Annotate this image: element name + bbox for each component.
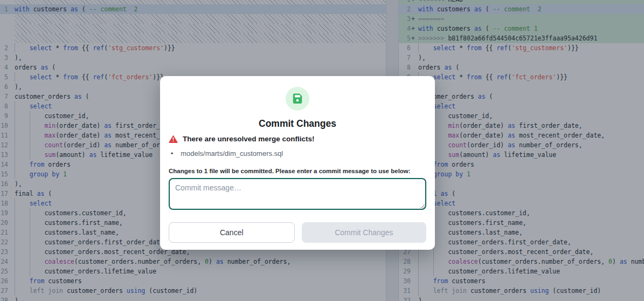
commit-message-label: Changes to 1 file will be committed. Ple… xyxy=(169,168,426,174)
commit-changes-dialog: Commit Changes There are unresolved merg… xyxy=(160,76,435,250)
cancel-button[interactable]: Cancel xyxy=(169,222,295,243)
conflicted-file-path: models/marts/dim_customers.sql xyxy=(181,149,283,158)
commit-changes-button[interactable]: Commit Changes xyxy=(302,222,427,243)
save-icon xyxy=(286,87,309,111)
dialog-title: Commit Changes xyxy=(169,118,426,129)
commit-message-input[interactable] xyxy=(169,178,426,210)
bullet-icon: • xyxy=(171,150,173,158)
conflicted-file-item: •models/marts/dim_customers.sql xyxy=(171,149,426,158)
conflicted-file-list: •models/marts/dim_customers.sql xyxy=(169,149,426,158)
warning-icon xyxy=(169,135,178,143)
merge-conflict-warning: There are unresolved merge conflicts! xyxy=(183,135,315,143)
